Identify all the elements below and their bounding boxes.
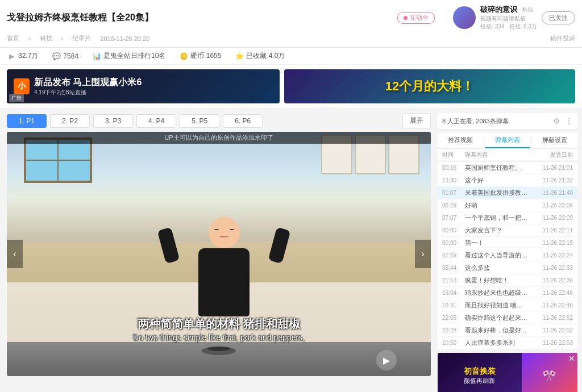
avatar bbox=[453, 6, 476, 29]
ad-badge: 广告 bbox=[9, 94, 24, 102]
danmaku-row[interactable]: 22:28 看起来好棒，但是好... 11-26 22:52 bbox=[438, 324, 577, 337]
ranking-stat: 📊 是鬼全站日排行10名 bbox=[92, 51, 165, 61]
video-player[interactable]: UP主可以为自己的原创作品添加水印了 ‹ › 两种简简单单的材料 猪排和甜椒 D… bbox=[7, 132, 431, 376]
danmaku-notice-bar: UP主可以为自己的原创作品添加水印了 bbox=[7, 132, 431, 144]
danmaku-date-13: 11-26 22:52 bbox=[527, 327, 573, 333]
favorites-stat: ⭐ 已收藏 4.0万 bbox=[235, 51, 285, 61]
bottom-ad-banner[interactable]: 初音换装 颜值再刷新 🎌 ✕ bbox=[438, 353, 577, 392]
uploader-plays: 投稿: 334 bbox=[480, 23, 504, 31]
danmaku-content-9: 疯蛋！好想吃！ bbox=[465, 276, 527, 285]
table-header: 时间 弹幕内容 发送日期 bbox=[438, 149, 577, 162]
danmaku-content-7: 看过这个人当导游的地... bbox=[465, 251, 527, 260]
banner-area: 小 新品发布 马上围观赢小米6 4.19下午2点B站直播 广告 12个月的大料！ bbox=[0, 65, 582, 109]
sidebar-tabs: 推荐视频 | 弹幕列表 | 屏蔽设置 bbox=[438, 133, 577, 149]
danmaku-content-5: 大家发言下？ bbox=[465, 226, 527, 235]
danmaku-date-3: 11-26 22:06 bbox=[527, 202, 573, 208]
settings-icon[interactable]: ⚙ bbox=[553, 116, 560, 126]
danmaku-content-8: 这么多盐 bbox=[465, 264, 527, 272]
danmaku-row[interactable]: 22:05 确实炸鸡这个起起来是... 11-26 22:52 bbox=[438, 312, 577, 324]
tab-p4[interactable]: 4. P4 bbox=[136, 114, 176, 128]
tab-p3[interactable]: 3. P3 bbox=[93, 114, 133, 128]
danmaku-date-10: 11-26 22:46 bbox=[527, 290, 573, 296]
mi-logo-icon: 小 bbox=[14, 78, 30, 94]
banner-right-text: 12个月的大料！ bbox=[385, 78, 474, 95]
danmaku-row[interactable]: 10:50 人比弹幕多多系列 11-26 22:53 bbox=[438, 337, 577, 349]
live-badge-text: 互动中 bbox=[410, 14, 429, 22]
danmaku-row[interactable]: 06:44 这么多盐 11-26 22:33 bbox=[438, 262, 577, 274]
tab-p1[interactable]: 1. P1 bbox=[7, 114, 47, 128]
danmaku-content-4: 一个平底锅，和一把锅... bbox=[465, 214, 527, 222]
danmaku-content-11: 而且找好很知道 噢起... bbox=[465, 301, 527, 310]
danmaku-time-12: 22:05 bbox=[442, 315, 465, 321]
danmaku-time-0: 00:16 bbox=[442, 165, 465, 171]
video-title: 戈登拉姆齐终极烹饪教程【全20集】 bbox=[7, 12, 153, 24]
danmaku-row[interactable]: 00:00 大家发言下？ 11-26 22:11 bbox=[438, 224, 577, 237]
comments-count: 7584 bbox=[63, 52, 78, 60]
coins-stat: 🪙 硬币 1655 bbox=[179, 51, 221, 61]
danmaku-row[interactable]: 16:04 鸡东炒起来也也超级好吃 11-26 22:46 bbox=[438, 287, 577, 299]
danmaku-row[interactable]: 06:29 好萌 11-26 22:06 bbox=[438, 199, 577, 212]
uploader-fans: 粉丝: 6.3万 bbox=[509, 23, 537, 31]
breadcrumb-sep2: › bbox=[61, 35, 64, 42]
danmaku-row[interactable]: 13:30 这个好 11-26 21:32 bbox=[438, 174, 577, 187]
banner-left[interactable]: 小 新品发布 马上围观赢小米6 4.19下午2点B站直播 广告 bbox=[7, 69, 280, 103]
video-prev-button[interactable]: ‹ bbox=[7, 240, 23, 268]
ranking-icon: 📊 bbox=[92, 52, 101, 61]
danmaku-row[interactable]: 16:31 而且找好很知道 噢起... 11-26 22:46 bbox=[438, 299, 577, 312]
category2[interactable]: 科技 bbox=[40, 34, 52, 43]
danmaku-time-7: 07:19 bbox=[442, 252, 465, 258]
close-icon[interactable]: ✕ bbox=[568, 354, 575, 363]
complaint-link[interactable]: 稿件投诉 bbox=[550, 34, 575, 43]
danmaku-time-5: 00:00 bbox=[442, 227, 465, 233]
danmaku-date-12: 11-26 22:52 bbox=[527, 315, 573, 321]
tab-danmaku-list[interactable]: 弹幕列表 bbox=[485, 133, 530, 148]
danmaku-content-1: 这个好 bbox=[465, 176, 527, 185]
header-top: 戈登拉姆齐终极烹饪教程【全20集】 互动中 破碎的意识 私信 视频有问题请私信 bbox=[7, 5, 575, 31]
video-area: 1. P1 2. P2 3. P3 4. P4 5. P5 6. P6 展开 bbox=[0, 109, 438, 392]
danmaku-time-11: 16:31 bbox=[442, 302, 465, 308]
col-header-date: 发送日期 bbox=[527, 151, 573, 159]
tab-block-settings[interactable]: 屏蔽设置 bbox=[532, 133, 577, 148]
danmaku-row[interactable]: 07:07 一个平底锅，和一把锅... 11-26 22:09 bbox=[438, 212, 577, 224]
private-msg-link[interactable]: 私信 bbox=[522, 6, 533, 14]
banner-title: 新品发布 马上围观赢小米6 bbox=[34, 77, 142, 89]
banner-left-text: 新品发布 马上围观赢小米6 4.19下午2点B站直播 bbox=[34, 77, 142, 97]
tab-p2[interactable]: 2. P2 bbox=[50, 114, 90, 128]
live-badge[interactable]: 互动中 bbox=[397, 12, 435, 24]
danmaku-row[interactable]: 00:00 第一！ 11-26 22:15 bbox=[438, 237, 577, 249]
right-sidebar: 8 人正在看, 2083条弹幕 ⚙ ⋮ 推荐视频 | 弹幕列表 | 屏蔽设置 时… bbox=[438, 109, 582, 392]
follow-button[interactable]: 已关注 bbox=[542, 11, 575, 24]
danmaku-content-14: 人比弹幕多多系列 bbox=[465, 339, 527, 347]
more-icon[interactable]: ⋮ bbox=[565, 116, 573, 126]
tab-p6[interactable]: 6. P6 bbox=[223, 114, 263, 128]
video-inner: UP主可以为自己的原创作品添加水印了 ‹ › 两种简简单单的材料 猪排和甜椒 D… bbox=[7, 132, 431, 376]
danmaku-row[interactable]: 21:53 疯蛋！好想吃！ 11-26 22:38 bbox=[438, 274, 577, 287]
coin-icon: 🪙 bbox=[179, 52, 188, 61]
danmaku-date-11: 11-26 22:46 bbox=[527, 302, 573, 308]
danmaku-date-7: 11-26 22:24 bbox=[527, 252, 573, 258]
chef-head bbox=[209, 217, 240, 248]
uploader-info: 破碎的意识 私信 视频有问题请私信 投稿: 334 粉丝: 6.3万 bbox=[480, 5, 537, 31]
danmaku-table: 时间 弹幕内容 发送日期 00:16 英国厨师烹饪教程、. 11-26 21:0… bbox=[438, 149, 577, 349]
kitchen-window bbox=[24, 137, 92, 183]
part-tabs: 1. P1 2. P2 3. P3 4. P4 5. P5 6. P6 展开 bbox=[7, 113, 431, 128]
tab-p5[interactable]: 5. P5 bbox=[180, 114, 219, 128]
banner-subtitle: 4.19下午2点B站直播 bbox=[34, 89, 142, 97]
banner-right[interactable]: 12个月的大料！ bbox=[284, 69, 575, 103]
category1[interactable]: 首页 bbox=[7, 34, 19, 43]
danmaku-time-4: 07:07 bbox=[442, 215, 465, 221]
danmaku-row[interactable]: 07:19 看过这个人当导游的地... 11-26 22:24 bbox=[438, 249, 577, 262]
breadcrumb-sep1: › bbox=[28, 35, 31, 42]
danmaku-row[interactable]: 01:07 来着美国批发拼接教程... 11-26 21:40 bbox=[438, 187, 577, 199]
danmaku-row[interactable]: 00:16 英国厨师烹饪教程、. 11-26 21:01 bbox=[438, 162, 577, 174]
uploader-message: 视频有问题请私信 bbox=[480, 15, 537, 23]
bottom-ad-inner: 初音换装 颜值再刷新 🎌 ✕ bbox=[438, 353, 577, 392]
tab-recommended-videos[interactable]: 推荐视频 bbox=[438, 133, 483, 148]
main-content: 1. P1 2. P2 3. P3 4. P4 5. P5 6. P6 展开 bbox=[0, 109, 582, 392]
category3[interactable]: 纪录片 bbox=[72, 34, 91, 43]
danmaku-date-9: 11-26 22:38 bbox=[527, 277, 573, 283]
expand-button[interactable]: 展开 bbox=[402, 113, 431, 128]
video-next-button[interactable]: › bbox=[415, 240, 431, 268]
play-overlay-button[interactable]: ▶ bbox=[376, 350, 397, 370]
danmaku-content-12: 确实炸鸡这个起起来是... bbox=[465, 314, 527, 322]
